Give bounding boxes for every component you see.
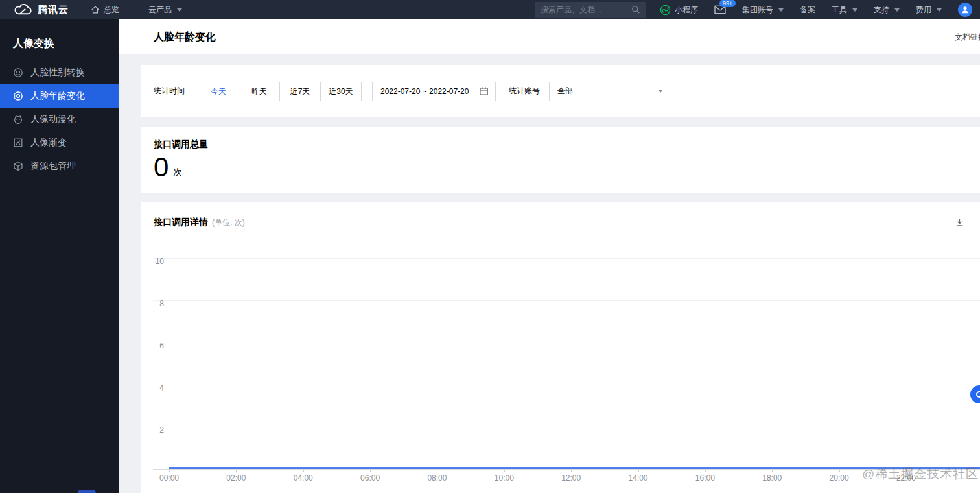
nav-icp[interactable]: 备案 bbox=[800, 5, 815, 16]
chevron-down-icon bbox=[658, 90, 663, 93]
brand[interactable]: 腾讯云 bbox=[13, 3, 69, 16]
x-tick-label: 20:00 bbox=[819, 474, 860, 483]
brand-name: 腾讯云 bbox=[38, 4, 69, 16]
date-range-picker[interactable]: 2022-07-20 ~ 2022-07-20 bbox=[372, 82, 496, 101]
gradient-icon bbox=[13, 138, 23, 148]
navbar-right-group: 小程序 99+ 集团账号 备案 工具 支持 费用 bbox=[660, 3, 980, 17]
time-option-yesterday[interactable]: 昨天 bbox=[239, 82, 280, 101]
calendar-icon bbox=[479, 86, 489, 96]
chevron-down-icon bbox=[937, 8, 942, 12]
chart-canvas: 24681000:0002:0004:0006:0008:0010:0012:0… bbox=[141, 202, 980, 493]
gridline bbox=[153, 300, 980, 301]
person-icon bbox=[961, 5, 970, 14]
chevron-down-icon bbox=[894, 8, 900, 12]
time-option-7days[interactable]: 近7天 bbox=[279, 82, 321, 101]
sidebar-item-anime[interactable]: 人像动漫化 bbox=[0, 108, 119, 131]
account-select[interactable]: 全部 bbox=[549, 82, 670, 101]
sidebar-item-gradient[interactable]: 人像渐变 bbox=[0, 131, 119, 154]
x-tick bbox=[504, 470, 505, 472]
x-tick bbox=[705, 470, 706, 472]
nav-billing[interactable]: 费用 bbox=[916, 5, 942, 16]
y-tick-label: 8 bbox=[141, 299, 164, 308]
sidebar-item-face-gender[interactable]: 人脸性别转换 bbox=[0, 61, 119, 84]
filter-card: 统计时间 今天 昨天 近7天 近30天 2022-07-20 ~ 2022-07… bbox=[141, 65, 980, 117]
sidebar-item-label: 人像动漫化 bbox=[30, 114, 76, 125]
sidebar-item-resource-package[interactable]: 资源包管理 bbox=[0, 154, 119, 178]
page-header: 人脸年龄变化 文档链接 bbox=[119, 19, 980, 54]
sidebar-item-face-age[interactable]: 人脸年龄变化 bbox=[0, 84, 119, 108]
account-filter-label: 统计账号 bbox=[509, 86, 540, 97]
x-tick-label: 08:00 bbox=[416, 474, 458, 483]
stats-title: 接口调用总量 bbox=[154, 139, 980, 150]
total-calls-unit: 次 bbox=[173, 167, 182, 181]
face-gender-icon bbox=[13, 67, 23, 78]
x-tick bbox=[571, 470, 572, 472]
sidebar-item-label: 资源包管理 bbox=[30, 160, 76, 172]
sidebar-item-label: 人脸性别转换 bbox=[30, 67, 85, 78]
chart-series-line bbox=[141, 202, 980, 493]
doc-link[interactable]: 文档链接 bbox=[955, 32, 980, 43]
chevron-down-icon bbox=[177, 8, 182, 12]
nav-cloud-products[interactable]: 云产品 bbox=[148, 5, 182, 16]
y-tick-label: 10 bbox=[141, 257, 164, 266]
time-option-30days[interactable]: 近30天 bbox=[320, 82, 362, 101]
chevron-down-icon bbox=[778, 8, 784, 12]
total-calls-value: 0 bbox=[154, 154, 169, 181]
watermark: @稀土掘金技术社区 bbox=[862, 466, 979, 483]
chart-title: 接口调用详情 bbox=[154, 217, 208, 228]
page-title: 人脸年龄变化 bbox=[154, 30, 216, 44]
x-tick bbox=[370, 470, 371, 472]
face-age-icon bbox=[13, 91, 23, 101]
sidebar: 人像变换 人脸性别转换 人脸年龄变化 人像动漫化 人像渐变 资源包管理 bbox=[0, 19, 119, 493]
stats-card: 接口调用总量 0 次 bbox=[141, 127, 980, 193]
x-tick bbox=[638, 470, 639, 472]
package-icon bbox=[13, 161, 23, 171]
x-tick bbox=[839, 470, 840, 472]
navbar-divider bbox=[134, 5, 134, 14]
user-avatar[interactable] bbox=[958, 3, 972, 17]
nav-mini-program[interactable]: 小程序 bbox=[660, 5, 698, 16]
x-tick-label: 02:00 bbox=[215, 474, 257, 483]
gridline bbox=[153, 385, 980, 385]
nav-group-account[interactable]: 集团账号 bbox=[742, 5, 784, 16]
anime-icon bbox=[13, 114, 23, 125]
sidebar-item-label: 人像渐变 bbox=[30, 137, 67, 149]
x-tick-label: 16:00 bbox=[684, 474, 726, 483]
x-tick-label: 06:00 bbox=[349, 474, 391, 483]
time-range-button-group: 今天 昨天 近7天 近30天 bbox=[198, 82, 362, 101]
nav-messages[interactable]: 99+ bbox=[714, 5, 726, 14]
x-tick-label: 00:00 bbox=[148, 474, 190, 483]
gridline bbox=[153, 343, 980, 343]
chevron-down-icon bbox=[852, 8, 858, 12]
tencent-cloud-logo-icon bbox=[13, 3, 32, 16]
sidebar-item-label: 人脸年龄变化 bbox=[30, 90, 85, 102]
x-tick-label: 14:00 bbox=[618, 474, 659, 483]
x-tick-label: 04:00 bbox=[283, 474, 324, 483]
y-tick-label: 4 bbox=[141, 383, 164, 392]
y-tick-label: 2 bbox=[141, 426, 164, 435]
x-tick bbox=[303, 470, 304, 472]
main-content: 人脸年龄变化 文档链接 统计时间 今天 昨天 近7天 近30天 2022-07-… bbox=[119, 19, 980, 493]
x-tick-label: 18:00 bbox=[751, 474, 793, 483]
date-range-value: 2022-07-20 ~ 2022-07-20 bbox=[380, 87, 474, 96]
chart-card: 接口调用详情 (单位: 次) 24681000:0002:0004:0006:0… bbox=[141, 202, 980, 493]
sidebar-scroll-indicator bbox=[78, 490, 96, 493]
top-navbar: 腾讯云 总览 云产品 小程序 99+ 集团账号 bbox=[0, 0, 980, 19]
search-icon[interactable] bbox=[631, 5, 640, 14]
gridline bbox=[153, 427, 980, 427]
gridline bbox=[153, 258, 980, 259]
mini-program-icon bbox=[660, 5, 671, 16]
nav-overview[interactable]: 总览 bbox=[91, 5, 119, 16]
chart-header: 接口调用详情 (单位: 次) bbox=[141, 202, 980, 243]
search-input[interactable] bbox=[541, 5, 631, 14]
x-axis-line bbox=[153, 469, 980, 470]
nav-tools[interactable]: 工具 bbox=[832, 5, 858, 16]
x-tick bbox=[236, 470, 237, 472]
time-filter-label: 统计时间 bbox=[154, 86, 185, 97]
time-option-today[interactable]: 今天 bbox=[198, 82, 239, 101]
search-box bbox=[535, 2, 646, 18]
help-icon bbox=[976, 391, 980, 398]
account-select-value: 全部 bbox=[557, 86, 657, 97]
nav-support[interactable]: 支持 bbox=[874, 5, 900, 16]
download-icon[interactable] bbox=[955, 218, 964, 228]
